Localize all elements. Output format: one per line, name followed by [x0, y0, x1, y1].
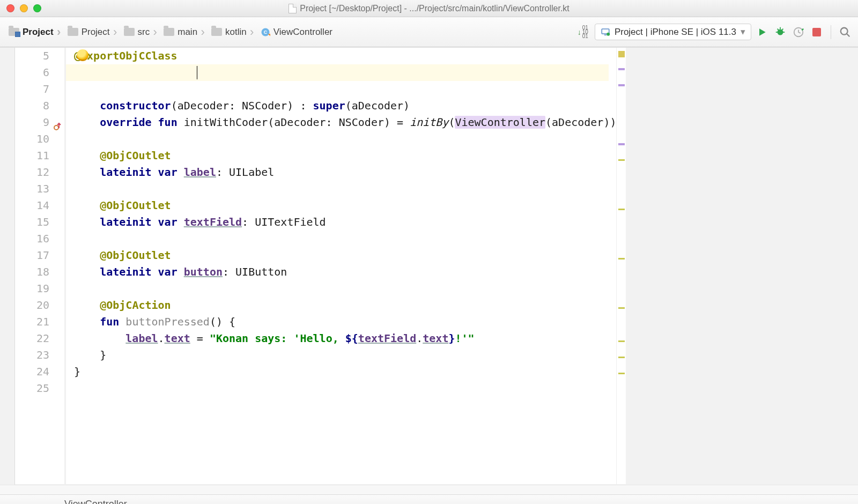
- stop-icon: [812, 28, 821, 36]
- code-line[interactable]: @ObjCOutlet: [74, 197, 616, 214]
- line-number[interactable]: 21: [15, 314, 49, 330]
- warning-marker[interactable]: [618, 373, 625, 374]
- warning-marker[interactable]: [618, 340, 625, 342]
- error-stripe[interactable]: [616, 48, 626, 484]
- structure-breadcrumb[interactable]: ViewController: [0, 494, 858, 504]
- code-line[interactable]: label.text = "Konan says: 'Hello, ${text…: [74, 330, 616, 347]
- line-number[interactable]: 5: [15, 48, 49, 64]
- text-caret: [197, 66, 198, 79]
- breadcrumb-item-kotlin[interactable]: kotlin›: [208, 25, 252, 40]
- folder-icon: [68, 28, 78, 36]
- run-configuration-label: Project | iPhone SE | iOS 11.3: [615, 27, 736, 38]
- line-number[interactable]: 25: [15, 380, 49, 397]
- line-number[interactable]: 20: [15, 297, 49, 314]
- code-line[interactable]: @ObjCOutlet: [74, 147, 616, 164]
- code-line[interactable]: @ObjCAction: [74, 297, 616, 314]
- line-number[interactable]: 18: [15, 264, 49, 280]
- folder-icon: [211, 28, 222, 36]
- search-everywhere-button[interactable]: [838, 25, 853, 40]
- code-line[interactable]: − fun buttonPressed() {: [74, 314, 616, 330]
- code-editor[interactable]: @ExportObjCClass−class ViewController : …: [66, 48, 616, 484]
- warning-marker[interactable]: [618, 357, 625, 358]
- close-window-button[interactable]: [6, 4, 14, 12]
- breadcrumb-item-viewcontroller[interactable]: CViewController: [257, 25, 338, 40]
- line-number[interactable]: 11: [15, 147, 49, 164]
- kotlin-class-icon: C: [261, 27, 270, 37]
- code-line[interactable]: lateinit var label: UILabel: [74, 164, 616, 181]
- module-icon: [9, 28, 19, 36]
- run-configuration-selector[interactable]: Project | iPhone SE | iOS 11.3 ▾: [595, 24, 751, 40]
- title-bar: Project [~/Desktop/Project] - .../Projec…: [0, 0, 858, 17]
- warning-marker[interactable]: [618, 209, 625, 210]
- horizontal-scrollbar[interactable]: [0, 485, 858, 494]
- code-line[interactable]: ⌄ }: [74, 347, 616, 364]
- line-number[interactable]: 12: [15, 164, 49, 181]
- code-line[interactable]: lateinit var textField: UITextField: [74, 214, 616, 231]
- warning-marker[interactable]: [618, 143, 625, 145]
- chevron-right-icon: ›: [55, 25, 63, 40]
- line-number[interactable]: 23: [15, 347, 49, 364]
- left-tool-strip[interactable]: [0, 48, 15, 485]
- current-line-highlight: [66, 64, 609, 81]
- override-marker-icon[interactable]: [54, 118, 62, 127]
- breadcrumb-item-project[interactable]: Project›: [5, 25, 59, 40]
- line-number[interactable]: 24: [15, 364, 49, 380]
- code-line[interactable]: lateinit var button: UIButton: [74, 264, 616, 280]
- warning-marker[interactable]: [618, 159, 625, 161]
- line-number[interactable]: 13: [15, 181, 49, 197]
- line-number[interactable]: 17: [15, 247, 49, 264]
- intention-bulb-icon[interactable]: [77, 49, 88, 61]
- breadcrumb-item-project[interactable]: Project›: [64, 25, 115, 40]
- gutter[interactable]: 5678910111213141516171819202122232425: [15, 48, 66, 484]
- line-number[interactable]: 19: [15, 280, 49, 297]
- folder-icon: [164, 28, 174, 36]
- svg-line-15: [847, 33, 850, 36]
- stop-button[interactable]: [809, 25, 824, 40]
- line-number[interactable]: 8: [15, 98, 49, 114]
- inspection-status-icon[interactable]: [618, 51, 625, 57]
- svg-line-12: [782, 28, 783, 30]
- svg-rect-4: [604, 34, 607, 35]
- editor-region: 5678910111213141516171819202122232425 @E…: [0, 47, 858, 485]
- svg-text:C: C: [264, 29, 268, 35]
- navigation-toolbar: Project›Project›src›main›kotlin›CViewCon…: [0, 17, 858, 47]
- chevron-right-icon: ›: [151, 25, 159, 40]
- warning-marker[interactable]: [618, 307, 625, 309]
- line-number[interactable]: 15: [15, 214, 49, 231]
- line-number[interactable]: 10: [15, 131, 49, 147]
- run-with-coverage-button[interactable]: [791, 25, 806, 40]
- code-line[interactable]: [74, 231, 616, 247]
- code-line[interactable]: @ObjCOutlet: [74, 247, 616, 264]
- line-number[interactable]: 22: [15, 330, 49, 347]
- code-line[interactable]: override fun initWithCoder(aDecoder: NSC…: [74, 114, 616, 131]
- warning-marker[interactable]: [618, 258, 625, 260]
- breadcrumb-item-src[interactable]: src›: [121, 25, 156, 40]
- code-line[interactable]: ⌄}: [74, 364, 616, 380]
- minimize-window-button[interactable]: [20, 4, 28, 12]
- run-button[interactable]: [755, 25, 770, 40]
- monitor-icon: [601, 27, 610, 37]
- line-number[interactable]: 9: [15, 114, 49, 131]
- line-number[interactable]: 16: [15, 231, 49, 247]
- sort-members-icon[interactable]: ↓011001: [574, 26, 591, 39]
- warning-marker[interactable]: [618, 84, 625, 86]
- code-line[interactable]: @ExportObjCClass: [74, 48, 616, 64]
- line-number[interactable]: 7: [15, 81, 49, 98]
- folder-icon: [124, 28, 135, 36]
- svg-line-11: [778, 28, 779, 30]
- chevron-right-icon: ›: [248, 25, 256, 40]
- code-line[interactable]: [74, 280, 616, 297]
- code-line[interactable]: [74, 380, 616, 397]
- code-line[interactable]: [74, 131, 616, 147]
- code-line[interactable]: [74, 181, 616, 197]
- breadcrumb-item-main[interactable]: main›: [160, 25, 203, 40]
- debug-button[interactable]: [773, 25, 788, 40]
- code-line[interactable]: [74, 81, 616, 98]
- chevron-right-icon: ›: [111, 25, 120, 40]
- code-line[interactable]: constructor(aDecoder: NSCoder) : super(a…: [74, 98, 616, 114]
- warning-marker[interactable]: [618, 68, 625, 70]
- zoom-window-button[interactable]: [33, 4, 41, 12]
- line-number[interactable]: 14: [15, 197, 49, 214]
- line-number[interactable]: 6: [15, 64, 49, 81]
- svg-point-14: [841, 27, 848, 34]
